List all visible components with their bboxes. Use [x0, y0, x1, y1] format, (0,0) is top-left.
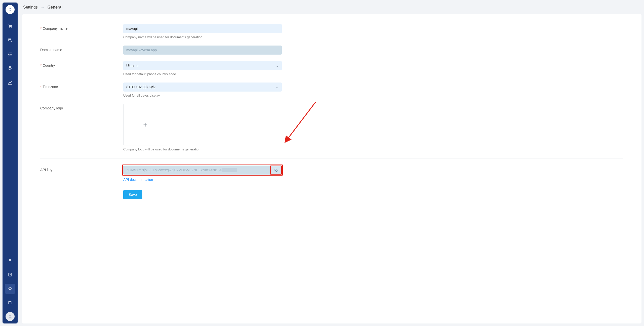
- country-label: *Country: [40, 61, 123, 67]
- sidebar-item-help[interactable]: ?: [5, 270, 15, 280]
- sidebar-item-notifications[interactable]: [5, 256, 15, 266]
- company-logo-upload[interactable]: +: [123, 104, 167, 145]
- copy-icon: [274, 168, 278, 172]
- api-key-value: ZGM5YmNjMGE1MjcwYzgwZjExMDI5MjI2NDExNmY4…: [126, 168, 222, 172]
- api-key-field: ZGM5YmNjMGE1MjcwYzgwZjExMDI5MjI2NDExNmY4…: [123, 166, 282, 175]
- user-icon: [8, 314, 13, 319]
- help-icon: ?: [8, 272, 12, 277]
- org-icon: [8, 66, 13, 71]
- country-help: Used for default phone country code: [123, 72, 282, 76]
- country-select[interactable]: Ukraine ⌄: [123, 61, 282, 70]
- breadcrumb: Settings → General: [22, 3, 641, 14]
- chat-icon: [8, 38, 13, 43]
- timezone-selected-value: (UTC +02:00) Kyiv: [126, 85, 155, 89]
- section-divider: [40, 158, 623, 158]
- breadcrumb-current: General: [48, 5, 63, 10]
- breadcrumb-parent[interactable]: Settings: [23, 5, 38, 10]
- plus-icon: +: [143, 121, 147, 128]
- chevron-right-icon: →: [41, 5, 45, 10]
- country-selected-value: Ukraine: [126, 64, 138, 68]
- cart-icon: [8, 24, 13, 29]
- settings-general-card: *Company name Company name will be used …: [22, 14, 641, 323]
- svg-text:?: ?: [10, 274, 11, 276]
- svg-rect-4: [275, 170, 277, 171]
- bell-icon: [8, 258, 12, 263]
- sidebar-item-orders[interactable]: [5, 21, 15, 31]
- domain-name-label: Domain name: [40, 46, 123, 52]
- chevron-down-icon: ⌄: [276, 85, 279, 89]
- timezone-help: Used for all dates display: [123, 94, 282, 97]
- sidebar-item-billing[interactable]: [5, 298, 15, 308]
- company-name-help: Company name will be used for documents …: [123, 35, 282, 39]
- company-logo-help: Company logo will be used for documents …: [123, 147, 282, 151]
- keyhole-icon: [8, 7, 12, 12]
- save-button[interactable]: Save: [123, 190, 142, 199]
- sidebar-item-settings[interactable]: [5, 284, 15, 294]
- company-name-label: *Company name: [40, 24, 123, 30]
- wallet-icon: [8, 301, 12, 305]
- app-logo[interactable]: [6, 5, 15, 14]
- sidebar: ?: [3, 3, 18, 323]
- domain-name-input: [123, 46, 282, 55]
- sidebar-item-conversations[interactable]: [5, 35, 15, 45]
- company-name-input[interactable]: [123, 24, 282, 33]
- timezone-label: *Timezone: [40, 83, 123, 89]
- sidebar-item-tasks[interactable]: [5, 49, 15, 59]
- copy-api-key-button[interactable]: [271, 167, 281, 174]
- user-avatar[interactable]: [6, 312, 15, 321]
- checklist-icon: [8, 52, 13, 57]
- api-key-mask: [222, 168, 237, 172]
- chevron-down-icon: ⌄: [276, 64, 279, 68]
- analytics-icon: [8, 80, 13, 85]
- timezone-select[interactable]: (UTC +02:00) Kyiv ⌄: [123, 83, 282, 92]
- svg-point-3: [9, 315, 11, 316]
- api-key-label: API key: [40, 166, 123, 172]
- svg-point-2: [11, 303, 11, 303]
- sidebar-item-analytics[interactable]: [5, 77, 15, 88]
- gear-icon: [8, 287, 12, 291]
- sidebar-item-warehouse[interactable]: [5, 63, 15, 73]
- api-documentation-link[interactable]: API documentation: [123, 178, 153, 182]
- company-logo-label: Company logo: [40, 104, 123, 110]
